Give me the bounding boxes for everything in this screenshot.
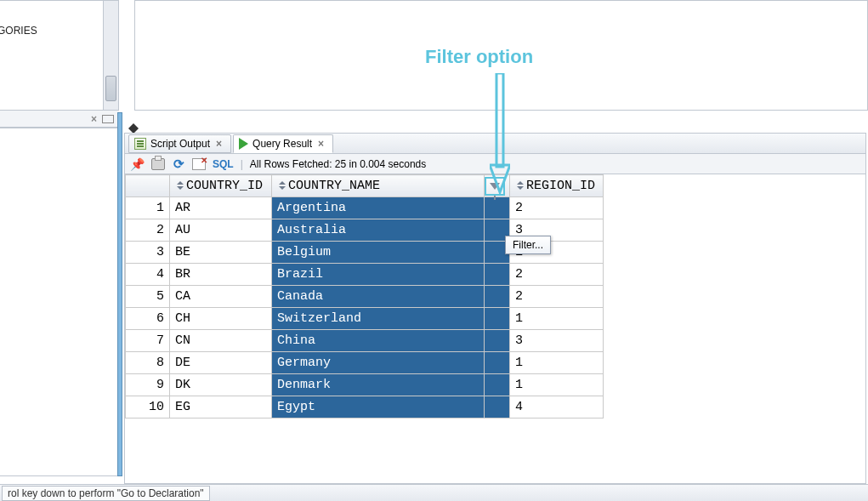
separator: |	[241, 158, 243, 170]
cell-country-name[interactable]: Brazil	[272, 264, 485, 286]
cell-country-id[interactable]: CH	[170, 308, 272, 330]
cell-filter-spacer	[485, 308, 510, 330]
row-number: 4	[126, 264, 170, 286]
row-number: 8	[126, 352, 170, 374]
object-tree-panel: GORIES	[0, 0, 119, 111]
fetch-status: All Rows Fetched: 25 in 0.004 seconds	[250, 158, 426, 170]
cell-region-id[interactable]: 2	[510, 286, 604, 308]
refresh-icon[interactable]: ⟳	[172, 157, 185, 171]
cell-country-name[interactable]: Argentina	[272, 197, 485, 219]
filter-tooltip: Filter...	[505, 236, 551, 254]
cell-country-id[interactable]: AR	[170, 197, 272, 219]
cell-filter-spacer	[485, 264, 510, 286]
cell-region-id[interactable]: 1	[510, 374, 604, 396]
cell-country-name[interactable]: Australia	[272, 219, 485, 242]
table-row[interactable]: 4BRBrazil2	[126, 264, 604, 286]
row-number: 5	[126, 286, 170, 308]
cell-country-name[interactable]: Canada	[272, 286, 485, 308]
row-number: 2	[126, 219, 170, 242]
cell-region-id[interactable]: 2	[510, 197, 604, 219]
row-number: 10	[126, 396, 170, 418]
cell-filter-spacer	[485, 197, 510, 219]
cell-country-name[interactable]: Belgium	[272, 242, 485, 264]
header-row: COUNTRY_ID COUNTRY_NAME REGION_ID	[126, 175, 604, 197]
close-icon[interactable]: ×	[316, 138, 326, 150]
row-number-header[interactable]	[126, 175, 170, 197]
cell-region-id[interactable]: 1	[510, 352, 604, 374]
results-toolbar: 📌 ⟳ SQL | All Rows Fetched: 25 in 0.004 …	[125, 154, 865, 174]
panel-controls: ×	[0, 111, 119, 128]
column-header-region-id[interactable]: REGION_ID	[510, 175, 604, 197]
cell-country-name[interactable]: Denmark	[272, 374, 485, 396]
filter-button[interactable]	[485, 177, 505, 196]
cell-region-id[interactable]: 1	[510, 308, 604, 330]
close-icon[interactable]: ×	[214, 138, 224, 150]
table-row[interactable]: 8DEGermany1	[126, 352, 604, 374]
status-bar: rol key down to perform "Go to Declarati…	[0, 484, 868, 501]
table-row[interactable]: 10EGEgypt4	[126, 396, 604, 418]
row-number: 6	[126, 308, 170, 330]
scrollbar-thumb[interactable]	[105, 76, 116, 101]
annotation-label: Filter option	[425, 46, 533, 68]
row-number: 3	[126, 242, 170, 264]
cell-filter-spacer	[485, 352, 510, 374]
tree-item-categories[interactable]: GORIES	[0, 25, 39, 37]
cell-filter-spacer	[485, 330, 510, 352]
filter-header[interactable]	[485, 175, 510, 197]
table-row[interactable]: 5CACanada2	[126, 286, 604, 308]
filter-icon	[490, 183, 500, 190]
tab-script-output[interactable]: Script Output ×	[128, 134, 231, 153]
table-row[interactable]: 9DKDenmark1	[126, 374, 604, 396]
results-panel: Script Output × Query Result × 📌 ⟳ SQL |…	[124, 133, 866, 484]
print-icon[interactable]	[151, 158, 165, 170]
cell-country-name[interactable]: Switzerland	[272, 308, 485, 330]
sort-icon[interactable]	[277, 181, 286, 190]
tab-query-result[interactable]: Query Result ×	[233, 134, 333, 153]
cell-filter-spacer	[485, 374, 510, 396]
status-hint: rol key down to perform "Go to Declarati…	[2, 486, 210, 501]
close-icon[interactable]: ×	[91, 113, 97, 125]
row-number: 1	[126, 197, 170, 219]
cell-country-name[interactable]: Egypt	[272, 396, 485, 418]
cell-country-name[interactable]: China	[272, 330, 485, 352]
table-row[interactable]: 1ARArgentina2	[126, 197, 604, 219]
cell-region-id[interactable]: 2	[510, 264, 604, 286]
tab-label: Query Result	[252, 138, 312, 150]
play-icon	[239, 138, 248, 150]
scrollbar[interactable]	[103, 1, 118, 110]
cell-country-id[interactable]: CA	[170, 286, 272, 308]
secondary-panel	[0, 128, 119, 476]
column-header-country-name[interactable]: COUNTRY_NAME	[272, 175, 485, 197]
cell-country-id[interactable]: DE	[170, 352, 272, 374]
row-number: 7	[126, 330, 170, 352]
cell-filter-spacer	[485, 396, 510, 418]
cell-country-id[interactable]: CN	[170, 330, 272, 352]
result-tabs: Script Output × Query Result ×	[125, 134, 865, 154]
table-row[interactable]: 7CNChina3	[126, 330, 604, 352]
cell-country-id[interactable]: BR	[170, 264, 272, 286]
panel-splitter[interactable]	[117, 112, 122, 476]
column-header-country-id[interactable]: COUNTRY_ID	[170, 175, 272, 197]
dock-icon[interactable]	[102, 115, 114, 123]
script-icon	[134, 138, 146, 150]
row-number: 9	[126, 374, 170, 396]
cell-region-id[interactable]: 3	[510, 330, 604, 352]
clear-icon[interactable]	[192, 158, 206, 170]
cell-country-id[interactable]: EG	[170, 396, 272, 418]
sort-icon[interactable]	[515, 181, 524, 190]
pin-icon[interactable]: 📌	[130, 157, 145, 171]
cell-country-id[interactable]: AU	[170, 219, 272, 242]
cell-country-id[interactable]: DK	[170, 374, 272, 396]
cell-filter-spacer	[485, 286, 510, 308]
table-row[interactable]: 6CHSwitzerland1	[126, 308, 604, 330]
tab-label: Script Output	[150, 138, 210, 150]
cell-country-id[interactable]: BE	[170, 242, 272, 264]
result-grid[interactable]: COUNTRY_ID COUNTRY_NAME REGION_ID 1ARArg…	[125, 174, 865, 483]
cell-country-name[interactable]: Germany	[272, 352, 485, 374]
sort-icon[interactable]	[175, 181, 184, 190]
sql-button[interactable]: SQL	[213, 158, 234, 170]
cell-region-id[interactable]: 4	[510, 396, 604, 418]
